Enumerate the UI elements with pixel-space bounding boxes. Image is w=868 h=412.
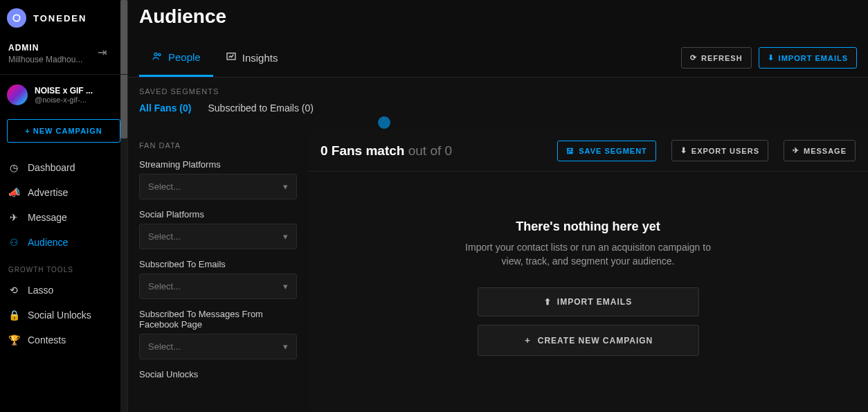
profile-row[interactable]: NOISE x GIF ... @noise-x-gif-... xyxy=(0,75,127,115)
profile-name: NOISE x GIF ... xyxy=(35,86,93,96)
save-icon: 🖫 xyxy=(566,147,575,155)
download-icon: ⬇ xyxy=(680,146,687,155)
growth-tools-label: GROWTH TOOLS xyxy=(0,255,127,278)
chevron-down-icon: ▾ xyxy=(283,341,288,352)
filter-streaming-select[interactable]: Select... ▾ xyxy=(139,174,297,199)
profile-handle: @noise-x-gif-... xyxy=(35,96,93,104)
nav-lasso-label: Lasso xyxy=(28,285,53,296)
brand-logo-icon xyxy=(7,8,26,28)
filter-emails-select[interactable]: Select... ▾ xyxy=(139,274,297,299)
avatar xyxy=(7,84,28,105)
filter-emails-label: Subscribed To Emails xyxy=(139,259,297,269)
nav-message[interactable]: ✈ Message xyxy=(0,205,127,230)
refresh-icon: ⟳ xyxy=(690,53,697,62)
plus-icon: ＋ xyxy=(523,334,532,346)
empty-import-emails-label: IMPORT EMAILS xyxy=(557,297,632,307)
brand-name: TONEDEN xyxy=(33,13,87,24)
filter-streaming-label: Streaming Platforms xyxy=(139,159,297,170)
page-title: Audience xyxy=(128,0,868,39)
segment-subscribed-emails[interactable]: Subscribed to Emails (0) xyxy=(208,102,314,114)
svg-point-0 xyxy=(13,15,19,21)
empty-sub: Import your contact lists or run an acqu… xyxy=(464,241,713,268)
import-emails-label: IMPORT EMAILS xyxy=(779,54,848,62)
segment-all-fans[interactable]: All Fans (0) xyxy=(139,102,191,114)
results-header: 0 Fans match out of 0 🖫 SAVE SEGMENT ⬇ E… xyxy=(308,130,868,172)
nav-dashboard[interactable]: ◷ Dashboard xyxy=(0,155,127,180)
download-icon: ⬇ xyxy=(768,53,775,62)
select-placeholder: Select... xyxy=(148,231,181,242)
empty-state: There's nothing here yet Import your con… xyxy=(308,172,868,412)
sidebar: TONEDEN ADMIN Millhouse Madhou... ⇥ NOIS… xyxy=(0,0,128,412)
megaphone-icon: 📣 xyxy=(8,187,19,198)
main: Audience People Insights ⟳ REFRESH ⬇ IMP… xyxy=(128,0,868,412)
nav-advertise-label: Advertise xyxy=(28,187,68,198)
switch-account-icon[interactable]: ⇥ xyxy=(98,46,107,59)
nav-social-unlocks-label: Social Unlocks xyxy=(28,310,91,321)
filter-panel: FAN DATA Streaming Platforms Select... ▾… xyxy=(128,130,308,412)
nav-contests-label: Contests xyxy=(28,334,66,346)
filter-social-select[interactable]: Select... ▾ xyxy=(139,224,297,249)
empty-import-emails-button[interactable]: ⬆ IMPORT EMAILS xyxy=(478,287,699,316)
tab-people[interactable]: People xyxy=(139,39,213,77)
nav-lasso[interactable]: ⟲ Lasso xyxy=(0,278,127,303)
message-button[interactable]: ✈ MESSAGE xyxy=(784,140,856,161)
refresh-button[interactable]: ⟳ REFRESH xyxy=(681,47,752,69)
onboarding-hint-dot[interactable] xyxy=(378,116,390,129)
match-count: 0 Fans match xyxy=(320,143,404,158)
filter-social-label: Social Platforms xyxy=(139,209,297,220)
chevron-down-icon: ▾ xyxy=(283,281,288,292)
export-users-label: EXPORT USERS xyxy=(691,147,759,155)
import-emails-button[interactable]: ⬇ IMPORT EMAILS xyxy=(759,47,857,69)
select-placeholder: Select... xyxy=(148,181,181,192)
upload-icon: ⬆ xyxy=(544,297,552,307)
fan-data-label: FAN DATA xyxy=(139,141,297,150)
svg-point-1 xyxy=(154,53,157,55)
empty-create-campaign-label: CREATE NEW CAMPAIGN xyxy=(538,336,653,346)
content-row: FAN DATA Streaming Platforms Select... ▾… xyxy=(128,130,868,412)
nav-contests[interactable]: 🏆 Contests xyxy=(0,328,127,352)
nav-audience[interactable]: ⚇ Audience xyxy=(0,230,127,255)
empty-create-campaign-button[interactable]: ＋ CREATE NEW CAMPAIGN xyxy=(478,325,699,356)
match-out-of: out of 0 xyxy=(408,143,452,158)
save-segment-label: SAVE SEGMENT xyxy=(579,147,647,155)
chevron-down-icon: ▾ xyxy=(283,181,288,192)
gauge-icon: ◷ xyxy=(8,162,19,173)
paper-plane-icon: ✈ xyxy=(793,146,799,155)
nav-dashboard-label: Dashboard xyxy=(28,162,75,173)
tab-insights[interactable]: Insights xyxy=(213,39,291,77)
save-segment-button[interactable]: 🖫 SAVE SEGMENT xyxy=(557,141,656,161)
empty-title: There's nothing here yet xyxy=(516,220,660,234)
refresh-label: REFRESH xyxy=(701,54,743,62)
segments-bar: SAVED SEGMENTS All Fans (0) Subscribed t… xyxy=(128,78,868,130)
svg-point-2 xyxy=(159,53,161,55)
paper-plane-icon: ✈ xyxy=(8,212,19,223)
results-panel: 0 Fans match out of 0 🖫 SAVE SEGMENT ⬇ E… xyxy=(308,130,868,412)
filter-social-unlocks-label: Social Unlocks xyxy=(139,369,297,379)
nav-message-label: Message xyxy=(28,212,67,223)
trophy-icon: 🏆 xyxy=(8,334,19,346)
filter-fb-messages-label: Subscribed To Messages From Facebook Pag… xyxy=(139,309,297,330)
new-campaign-button[interactable]: + NEW CAMPAIGN xyxy=(7,119,120,143)
nav-social-unlocks[interactable]: 🔒 Social Unlocks xyxy=(0,303,127,328)
lock-icon: 🔒 xyxy=(8,310,19,321)
export-users-button[interactable]: ⬇ EXPORT USERS xyxy=(671,140,768,161)
chart-icon xyxy=(226,51,237,64)
people-icon: ⚇ xyxy=(8,237,19,248)
message-label: MESSAGE xyxy=(804,147,847,155)
brand-row[interactable]: TONEDEN xyxy=(0,0,127,36)
tabs-row: People Insights ⟳ REFRESH ⬇ IMPORT EMAIL… xyxy=(128,39,868,78)
match-count-text: 0 Fans match out of 0 xyxy=(320,143,452,159)
lasso-icon: ⟲ xyxy=(8,285,19,296)
tab-insights-label: Insights xyxy=(242,52,278,64)
select-placeholder: Select... xyxy=(148,281,181,292)
saved-segments-label: SAVED SEGMENTS xyxy=(139,87,857,96)
nav-audience-label: Audience xyxy=(28,237,68,248)
filter-fb-messages-select[interactable]: Select... ▾ xyxy=(139,334,297,359)
chevron-down-icon: ▾ xyxy=(283,231,288,242)
nav-advertise[interactable]: 📣 Advertise xyxy=(0,180,127,205)
admin-block[interactable]: ADMIN Millhouse Madhou... ⇥ xyxy=(0,36,127,75)
tab-people-label: People xyxy=(168,51,201,63)
people-icon xyxy=(152,51,163,64)
select-placeholder: Select... xyxy=(148,341,181,352)
